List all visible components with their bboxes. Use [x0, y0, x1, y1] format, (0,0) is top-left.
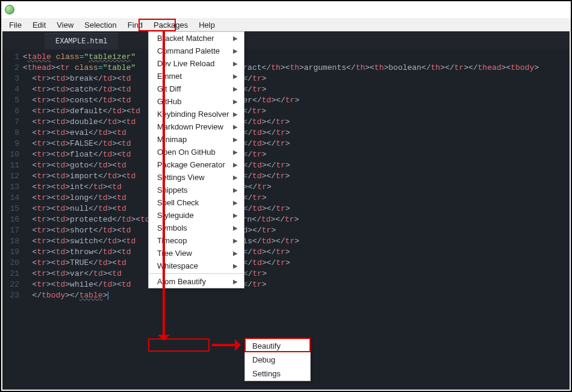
- beautify-menu-settings[interactable]: Settings: [245, 367, 310, 381]
- menu-edit[interactable]: Edit: [27, 19, 51, 31]
- line-number: 20: [2, 258, 19, 269]
- menu-selection[interactable]: Selection: [79, 19, 122, 31]
- menubar: FileEditViewSelectionFindPackagesHelp: [1, 18, 571, 31]
- code-line[interactable]: <tr><td>break</td><td</tr>: [23, 73, 539, 84]
- submenu-arrow-icon: ▶: [233, 86, 238, 92]
- beautify-menu-beautify[interactable]: Beautify: [245, 339, 310, 353]
- submenu-arrow-icon: ▶: [233, 48, 238, 54]
- submenu-arrow-icon: ▶: [233, 35, 238, 42]
- atom-app-icon: [5, 5, 14, 14]
- menu-find[interactable]: Find: [122, 19, 148, 31]
- code-line[interactable]: <thead><tr class="table"ract</th><th>arg…: [23, 63, 539, 73]
- tab-example-html[interactable]: EXAMPLE.html: [45, 33, 118, 49]
- tab-bar: EXAMPLE.html: [2, 31, 570, 49]
- submenu-arrow-icon: ▶: [233, 111, 238, 117]
- menu-file[interactable]: File: [4, 19, 27, 31]
- line-number: 12: [2, 171, 19, 182]
- code-line[interactable]: <tr><td>int</td><td></tr>: [23, 182, 539, 193]
- code-line[interactable]: </tbody></table>: [23, 290, 539, 301]
- menu-help[interactable]: Help: [193, 19, 220, 31]
- code-line[interactable]: <tr><td>default</td><td</tr>: [23, 106, 539, 117]
- line-number: 7: [2, 117, 19, 128]
- code-line[interactable]: <tr><td>const</td><tder</td></tr>: [23, 95, 539, 106]
- submenu-arrow-icon: ▶: [233, 161, 238, 168]
- code-line[interactable]: <tr><td>TRUE</td><td</td></tr>: [23, 258, 539, 269]
- menu-view[interactable]: View: [51, 19, 79, 31]
- atom-beautify-submenu: BeautifyDebugSettings: [244, 338, 311, 381]
- submenu-arrow-icon: ▶: [233, 174, 238, 181]
- line-number: 6: [2, 106, 19, 117]
- code-line[interactable]: <tr><td>import</td><td</td></tr>: [23, 171, 539, 182]
- submenu-arrow-icon: ▶: [233, 237, 238, 244]
- menu-packages[interactable]: Packages: [148, 19, 193, 31]
- code-line[interactable]: <tr><td>throw</td><td</td></tr>: [23, 247, 539, 258]
- line-number: 8: [2, 128, 19, 138]
- line-number: 21: [2, 269, 19, 279]
- submenu-arrow-icon: ▶: [233, 225, 238, 231]
- code-line[interactable]: <tr><td>FALSE</td><td</td></tr>: [23, 138, 539, 149]
- line-number: 15: [2, 204, 19, 214]
- submenu-arrow-icon: ▶: [233, 73, 238, 79]
- line-number: 16: [2, 214, 19, 225]
- line-number: 18: [2, 236, 19, 247]
- code-line[interactable]: <tr><td>double</td><td</td></tr>: [23, 117, 539, 128]
- submenu-arrow-icon: ▶: [233, 123, 238, 130]
- annotation-arrow-right: [212, 344, 238, 346]
- line-number: 2: [2, 63, 19, 73]
- submenu-arrow-icon: ▶: [233, 98, 238, 105]
- line-number: 10: [2, 149, 19, 160]
- submenu-arrow-icon: ▶: [233, 263, 238, 269]
- line-number: 23: [2, 290, 19, 301]
- line-number: 5: [2, 95, 19, 106]
- code-line[interactable]: <tr><td>null</td><td</td></tr>: [23, 204, 539, 214]
- code-line[interactable]: <tr><td>short</td><tdd></tr>: [23, 225, 539, 236]
- beautify-menu-debug[interactable]: Debug: [245, 353, 310, 367]
- line-number: 22: [2, 279, 19, 290]
- code-line[interactable]: <tr><td>while</td><td</tr>: [23, 279, 539, 290]
- line-number: 13: [2, 182, 19, 193]
- line-number: 4: [2, 84, 19, 95]
- window-titlebar: [1, 1, 571, 18]
- submenu-arrow-icon: ▶: [233, 250, 238, 257]
- code-line[interactable]: <tr><td>protected</td><tdrn</td></tr>: [23, 214, 539, 225]
- submenu-arrow-icon: ▶: [233, 136, 238, 143]
- line-number: 19: [2, 247, 19, 258]
- line-gutter: 1234567891011121314151617181920212223: [2, 49, 23, 390]
- code-line[interactable]: <tr><td>long</td><td</tr>: [23, 193, 539, 204]
- code-line[interactable]: <table class="tableizer": [23, 52, 539, 63]
- code-line[interactable]: <tr><td>goto</td><td</td></tr>: [23, 160, 539, 171]
- submenu-arrow-icon: ▶: [233, 199, 238, 206]
- line-number: 17: [2, 225, 19, 236]
- code-line[interactable]: <tr><td>var</td><td</tr>: [23, 269, 539, 279]
- line-number: 3: [2, 73, 19, 84]
- code-line[interactable]: <tr><td>float</td><td</tr>: [23, 149, 539, 160]
- line-number: 11: [2, 160, 19, 171]
- annotation-arrow-down: [163, 31, 165, 338]
- submenu-arrow-icon: ▶: [233, 187, 238, 193]
- submenu-arrow-icon: ▶: [233, 212, 238, 219]
- code-line[interactable]: <tr><td>switch</td><tdis</td></tr>: [23, 236, 539, 247]
- submenu-arrow-icon: ▶: [233, 149, 238, 155]
- line-number: 9: [2, 138, 19, 149]
- line-number: 1: [2, 52, 19, 63]
- submenu-arrow-icon: ▶: [233, 60, 238, 67]
- submenu-arrow-icon: ▶: [233, 278, 238, 285]
- code-line[interactable]: <tr><td>eval</td><td</td></tr>: [23, 128, 539, 138]
- editor-area: EXAMPLE.html 123456789101112131415161718…: [2, 31, 570, 390]
- code-line[interactable]: <tr><td>catch</td><td</tr>: [23, 84, 539, 95]
- line-number: 14: [2, 193, 19, 204]
